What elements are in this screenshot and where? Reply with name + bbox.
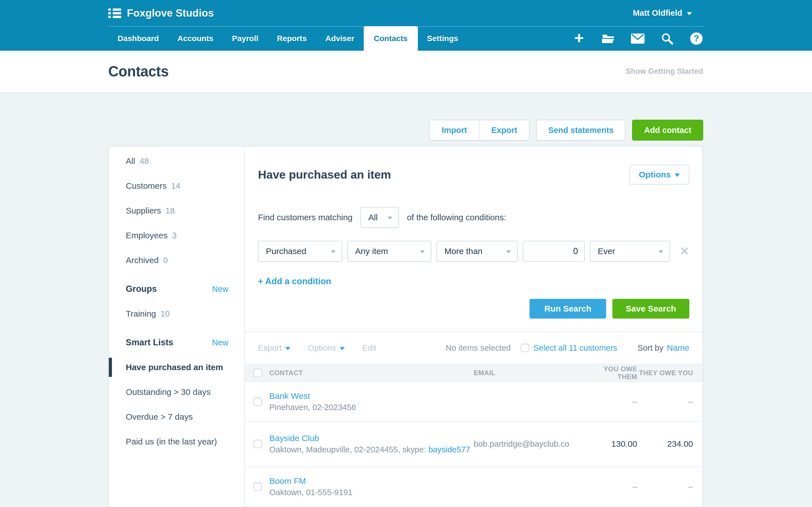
select-all-checkbox[interactable]	[521, 344, 529, 352]
sidebar-item-label: Archived	[126, 256, 159, 265]
sidebar-item-suppliers[interactable]: Suppliers 18	[109, 198, 244, 223]
smart-lists-title: Smart Lists	[126, 337, 173, 348]
folder-icon	[602, 33, 615, 44]
mail-icon	[631, 34, 645, 44]
sidebar-item-label: Customers	[126, 181, 167, 191]
messages-button[interactable]	[631, 32, 645, 45]
chevron-down-icon	[285, 347, 290, 350]
nav-payroll[interactable]: Payroll	[223, 26, 267, 51]
page-title: Contacts	[108, 63, 168, 80]
options-button-label: Options	[639, 170, 671, 179]
smart-list-panel: Have purchased an item Options Find cust…	[245, 147, 703, 507]
nav-reports[interactable]: Reports	[267, 26, 316, 51]
header-you-owe: YOU OWE THEM	[587, 365, 637, 381]
select-value: Purchased	[266, 246, 306, 256]
row-checkbox[interactable]	[253, 440, 262, 448]
export-button[interactable]: Export	[479, 120, 529, 140]
user-menu[interactable]: Matt Oldfield	[633, 8, 692, 18]
contact-name-link[interactable]: Bank West	[269, 390, 310, 402]
condition-operator-select[interactable]: More than	[437, 241, 518, 262]
show-getting-started-link[interactable]: Show Getting Started	[626, 67, 703, 76]
contact-details: Oaktown, 01-555-9191	[269, 487, 474, 498]
sort-by-label: Sort by	[638, 343, 663, 353]
save-search-button[interactable]: Save Search	[612, 299, 689, 319]
sidebar-item-training[interactable]: Training 10	[109, 301, 244, 326]
contacts-card: All 48 Customers 14 Suppliers 18 Employe…	[108, 146, 703, 507]
sidebar-item-archived[interactable]: Archived 0	[109, 248, 244, 273]
condition-period-select[interactable]: Ever	[590, 241, 670, 262]
sidebar-item-overdue[interactable]: Overdue > 7 days	[109, 404, 244, 429]
table-row: Bank West Pinehaven, 02-2023456 – –	[245, 382, 703, 421]
run-search-button[interactable]: Run Search	[529, 299, 606, 319]
help-icon: ?	[690, 33, 703, 45]
header-email: EMAIL	[474, 369, 587, 377]
list-options-menu[interactable]: Options	[308, 343, 345, 353]
you-owe-value: 130.00	[587, 439, 637, 449]
add-condition-link[interactable]: + Add a condition	[258, 276, 689, 287]
sidebar-item-employees[interactable]: Employees 3	[109, 223, 244, 248]
files-button[interactable]	[602, 32, 615, 45]
they-owe-value: 234.00	[637, 439, 693, 449]
add-new-button[interactable]: +	[572, 32, 586, 45]
search-button[interactable]	[660, 32, 674, 45]
sidebar-item-count: 14	[171, 181, 180, 191]
select-value: Ever	[598, 246, 615, 256]
org-list-icon	[108, 8, 121, 19]
send-statements-button[interactable]: Send statements	[536, 120, 625, 140]
contact-name-link[interactable]: Bayside Club	[269, 433, 319, 444]
sidebar-item-label: Employees	[126, 231, 167, 240]
row-checkbox[interactable]	[253, 483, 262, 491]
import-button[interactable]: Import	[430, 120, 479, 140]
nav-adviser[interactable]: Adviser	[316, 26, 364, 51]
sidebar-item-label: Overdue > 7 days	[126, 412, 193, 421]
sidebar-item-label: Paid us (in the last year)	[126, 437, 217, 446]
contact-details: Pinehaven, 02-2023456	[269, 402, 474, 413]
select-value: More than	[444, 246, 483, 256]
sidebar-item-count: 18	[165, 206, 174, 216]
topbar-divider	[108, 26, 705, 27]
select-all-link[interactable]: Select all 11 customers	[533, 343, 617, 353]
table-header: CONTACT EMAIL YOU OWE THEM THEY OWE YOU	[245, 364, 703, 382]
list-edit-button[interactable]: Edit	[362, 343, 376, 353]
chevron-down-icon	[420, 250, 424, 253]
sidebar-item-count: 3	[172, 231, 176, 240]
groups-new-link[interactable]: New	[212, 284, 229, 294]
smart-list-title: Have purchased an item	[258, 168, 391, 181]
match-select-value: All	[368, 213, 377, 222]
help-button[interactable]: ?	[690, 32, 703, 45]
remove-condition-button[interactable]: ✕	[679, 245, 689, 257]
chevron-down-icon	[388, 217, 392, 219]
chevron-down-icon	[675, 173, 680, 177]
add-contact-button[interactable]: Add contact	[632, 120, 703, 140]
header-contact: CONTACT	[269, 369, 474, 377]
skype-link[interactable]: bayside577	[428, 445, 470, 454]
match-select[interactable]: All	[360, 207, 399, 228]
sidebar-item-label: Suppliers	[126, 206, 161, 216]
condition-item-select[interactable]: Any item	[347, 241, 432, 262]
header-checkbox[interactable]	[253, 369, 262, 377]
nav-accounts[interactable]: Accounts	[168, 26, 223, 51]
plus-icon: +	[574, 31, 584, 45]
sidebar-item-paid-us[interactable]: Paid us (in the last year)	[109, 429, 244, 454]
sidebar-item-all[interactable]: All 48	[109, 149, 244, 173]
brand-row: Foxglove Studios Matt Oldfield	[108, 0, 703, 26]
nav-settings[interactable]: Settings	[418, 26, 467, 51]
sort-value-link[interactable]: Name	[667, 343, 689, 353]
smart-lists-new-link[interactable]: New	[212, 338, 229, 347]
condition-value-input[interactable]	[523, 241, 585, 262]
search-builder: Have purchased an item Options Find cust…	[245, 147, 703, 332]
contact-name-link[interactable]: Boom FM	[269, 475, 306, 487]
list-export-menu[interactable]: Export	[258, 343, 290, 353]
groups-title: Groups	[126, 284, 157, 294]
org-menu[interactable]: Foxglove Studios	[108, 7, 214, 19]
main-nav: Dashboard Accounts Payroll Reports Advis…	[108, 26, 703, 51]
nav-contacts-active[interactable]: Contacts	[364, 26, 418, 51]
sidebar-item-have-purchased[interactable]: Have purchased an item	[109, 355, 244, 380]
nav-dashboard[interactable]: Dashboard	[108, 26, 168, 51]
sidebar-item-outstanding[interactable]: Outstanding > 30 days	[109, 380, 244, 404]
chevron-down-icon	[687, 12, 692, 15]
row-checkbox[interactable]	[253, 397, 262, 406]
condition-field-select[interactable]: Purchased	[258, 241, 342, 262]
options-button[interactable]: Options	[629, 165, 689, 184]
sidebar-item-customers[interactable]: Customers 14	[109, 173, 244, 198]
